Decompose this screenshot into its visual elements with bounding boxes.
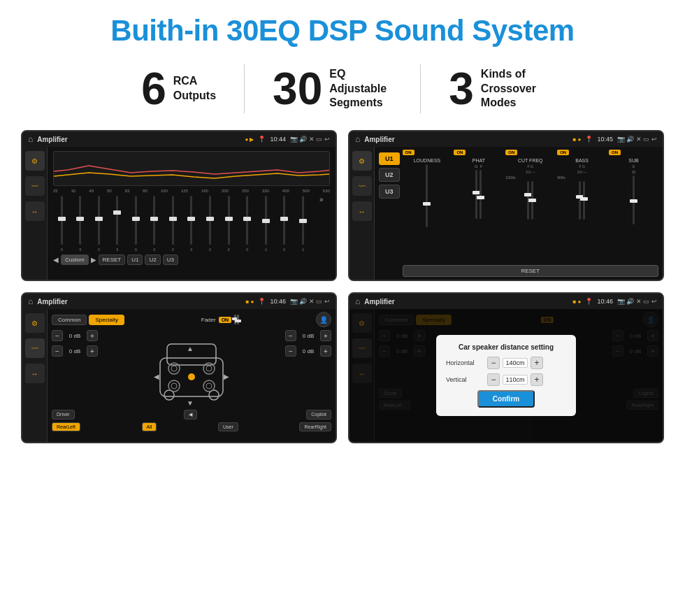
dialog-status-bar: ⌂ Amplifier ■ ● 📍 10:46 📷 🔊 ✕ ▭ ↩ bbox=[349, 294, 663, 309]
fader-tab-common[interactable]: Common bbox=[52, 315, 87, 325]
fader-db4-minus[interactable]: − bbox=[285, 345, 296, 357]
eq-u1-btn[interactable]: U1 bbox=[127, 255, 143, 265]
fader-sidebar-btn-1[interactable]: ⚙ bbox=[25, 313, 45, 333]
eq-slider-4[interactable]: 0 bbox=[127, 196, 145, 252]
page-title: Buith-in 30EQ DSP Sound System bbox=[21, 14, 664, 48]
eq-slider-12[interactable]: 0 bbox=[275, 196, 293, 252]
eq-next-btn[interactable]: ▶ bbox=[91, 256, 96, 264]
eq-status-dots: ● ▶ bbox=[245, 136, 254, 143]
fader-user-btn[interactable]: User bbox=[218, 422, 238, 431]
dialog-horizontal-label: Horizontal bbox=[446, 359, 484, 366]
amp-loudness-toggle[interactable]: ON bbox=[403, 150, 414, 155]
home-icon[interactable]: ⌂ bbox=[28, 134, 33, 144]
amp-sidebar: ⚙ 〰 ↔ bbox=[349, 147, 375, 280]
amp-u3-btn[interactable]: U3 bbox=[379, 185, 400, 199]
amp-phat-toggle[interactable]: ON bbox=[454, 150, 466, 155]
dialog-vertical-plus[interactable]: + bbox=[531, 373, 543, 386]
dialog-status-icons: 📷 🔊 ✕ ▭ ↩ bbox=[617, 298, 657, 305]
amp-screen: ⌂ Amplifier ■ ● 📍 10:45 📷 🔊 ✕ ▭ ↩ ⚙ 〰 ↔ … bbox=[348, 130, 664, 281]
fader-rearright-btn[interactable]: RearRight bbox=[299, 422, 331, 431]
page-wrapper: Buith-in 30EQ DSP Sound System 6 RCAOutp… bbox=[0, 0, 685, 457]
stat-crossover-label: Kinds ofCrossover Modes bbox=[481, 67, 544, 110]
fader-status-bar: ⌂ Amplifier ■ ● 📍 10:46 📷 🔊 ✕ ▭ ↩ bbox=[22, 294, 336, 309]
fader-home-icon[interactable]: ⌂ bbox=[28, 296, 33, 306]
fader-db4-val: 0 dB bbox=[298, 348, 318, 354]
eq-slider-2[interactable]: 0 bbox=[90, 196, 108, 252]
fader-db3-minus[interactable]: − bbox=[285, 330, 296, 341]
eq-prev-btn[interactable]: ◀ bbox=[53, 256, 59, 264]
dialog-home-icon[interactable]: ⌂ bbox=[355, 296, 360, 306]
eq-slider-13[interactable]: -1 bbox=[294, 196, 312, 252]
eq-slider-9[interactable]: 0 bbox=[220, 196, 238, 252]
eq-u3-btn[interactable]: U3 bbox=[163, 255, 178, 265]
amp-time: 10:45 bbox=[597, 136, 613, 143]
dialog-vertical-value: 110cm bbox=[503, 375, 528, 385]
fader-sidebar-btn-2[interactable]: 〰 bbox=[25, 338, 45, 358]
eq-slider-expand[interactable]: » bbox=[312, 196, 330, 252]
eq-u2-btn[interactable]: U2 bbox=[145, 255, 160, 265]
dialog-vertical-minus[interactable]: − bbox=[487, 373, 500, 386]
amp-home-icon[interactable]: ⌂ bbox=[355, 134, 360, 144]
amp-sidebar-btn-3[interactable]: ↔ bbox=[352, 201, 372, 221]
fader-db1-minus[interactable]: − bbox=[52, 330, 63, 341]
amp-u2-btn[interactable]: U2 bbox=[379, 168, 400, 182]
fader-db2-plus[interactable]: + bbox=[87, 345, 98, 357]
fader-tab-specialty[interactable]: Specialty bbox=[89, 315, 124, 325]
eq-slider-8[interactable]: 0 bbox=[201, 196, 219, 252]
fader-db1-plus[interactable]: + bbox=[87, 330, 98, 341]
eq-slider-10[interactable]: 0 bbox=[238, 196, 256, 252]
amp-sidebar-btn-1[interactable]: ⚙ bbox=[352, 151, 372, 171]
eq-slider-3[interactable]: 5 bbox=[109, 196, 127, 252]
eq-slider-0[interactable]: 0 bbox=[53, 196, 71, 252]
fader-mini-sliders bbox=[234, 315, 239, 324]
fader-person-icon[interactable]: 👤 bbox=[316, 312, 331, 327]
eq-reset-btn[interactable]: RESET bbox=[99, 255, 126, 265]
eq-graph bbox=[53, 151, 330, 186]
car-diagram-svg-area: ▲ ▼ ◀ ▶ bbox=[102, 330, 281, 407]
amp-sidebar-btn-2[interactable]: 〰 bbox=[352, 176, 372, 196]
eq-slider-11[interactable]: -1 bbox=[257, 196, 275, 252]
fader-right-controls: − 0 dB + − 0 dB + bbox=[285, 330, 331, 407]
amp-reset-btn[interactable]: RESET bbox=[403, 265, 658, 277]
fader-db2-minus[interactable]: − bbox=[52, 345, 63, 357]
eq-slider-6[interactable]: 0 bbox=[164, 196, 182, 252]
eq-bottom-bar: ◀ Custom ▶ RESET U1 U2 U3 bbox=[53, 255, 330, 265]
eq-status-icons: 📷 🔊 ✕ ▭ ↩ bbox=[290, 136, 330, 143]
fader-db4-plus[interactable]: + bbox=[320, 345, 331, 357]
fader-location-icon: 📍 bbox=[258, 298, 266, 305]
eq-app-label: Amplifier bbox=[37, 136, 240, 143]
amp-sub-toggle[interactable]: ON bbox=[609, 150, 621, 155]
fader-arrow-btns: ◀ bbox=[184, 410, 197, 420]
fader-db3-plus[interactable]: + bbox=[320, 330, 331, 341]
stat-rca: 6 RCAOutputs bbox=[113, 66, 244, 111]
eq-sidebar-btn-1[interactable]: ⚙ bbox=[25, 151, 45, 171]
dialog-horizontal-minus[interactable]: − bbox=[487, 357, 500, 369]
fader-all-btn[interactable]: All bbox=[142, 422, 157, 431]
dialog-horizontal-plus[interactable]: + bbox=[531, 357, 543, 369]
dialog-content: ⚙ 〰 ↔ Common Specialty ON 👤 bbox=[349, 309, 663, 442]
amp-cutfreq-toggle[interactable]: ON bbox=[505, 150, 517, 155]
svg-point-7 bbox=[206, 366, 212, 371]
fader-sidebar-btn-3[interactable]: ↔ bbox=[25, 364, 45, 383]
eq-slider-5[interactable]: 0 bbox=[146, 196, 164, 252]
amp-cutfreq-label: CUT FREQ bbox=[505, 158, 555, 163]
fader-driver-btn[interactable]: Driver bbox=[52, 410, 75, 420]
eq-slider-1[interactable]: 0 bbox=[72, 196, 89, 252]
fader-left-controls: − 0 dB + − 0 dB + bbox=[52, 330, 98, 407]
svg-point-10 bbox=[203, 380, 215, 392]
fader-copilot-btn[interactable]: Copilot bbox=[306, 410, 331, 420]
eq-sliders: 0 0 0 5 0 0 0 0 0 0 0 -1 0 -1 » bbox=[53, 196, 330, 252]
car-diagram-svg: ▲ ▼ ◀ ▶ bbox=[150, 330, 233, 407]
fader-left-btn[interactable]: ◀ bbox=[184, 410, 197, 420]
amp-bass-toggle[interactable]: ON bbox=[557, 150, 569, 155]
fader-rearleft-btn[interactable]: RearLeft bbox=[52, 422, 80, 431]
amp-u1-btn[interactable]: U1 bbox=[379, 152, 400, 165]
svg-point-11 bbox=[206, 383, 212, 389]
dialog-confirm-button[interactable]: Confirm bbox=[477, 390, 535, 408]
svg-point-5 bbox=[171, 366, 177, 371]
eq-sidebar-btn-2[interactable]: 〰 bbox=[25, 176, 45, 196]
eq-sidebar-btn-3[interactable]: ↔ bbox=[25, 201, 45, 221]
eq-slider-7[interactable]: 0 bbox=[183, 196, 201, 252]
amp-phat-col: ON PHAT G F bbox=[454, 150, 503, 262]
svg-point-9 bbox=[171, 383, 177, 389]
